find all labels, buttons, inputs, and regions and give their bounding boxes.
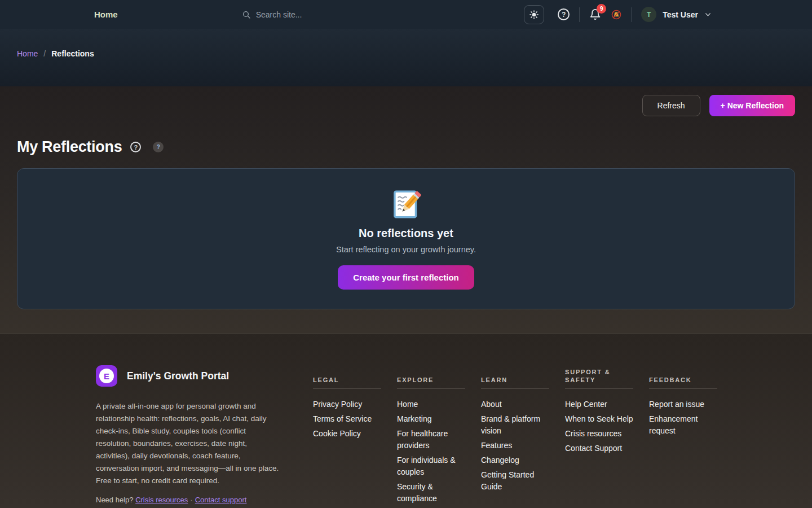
navbar-divider <box>579 7 580 22</box>
notifications-button[interactable]: 9 <box>589 8 601 20</box>
navbar-divider <box>631 7 632 22</box>
footer-columns: LEGAL Privacy PolicyTerms of ServiceCook… <box>313 365 717 508</box>
footer-link[interactable]: For individuals & couples <box>397 454 465 478</box>
empty-state-subtitle: Start reflecting on your growth journey. <box>336 245 476 254</box>
create-first-reflection-button[interactable]: Create your first reflection <box>338 265 474 290</box>
content-zone: Refresh + New Reflection My Reflections … <box>0 86 812 333</box>
footer-links: Report an issueEnhancement request <box>649 389 717 437</box>
footer-link[interactable]: Marketing <box>397 413 465 425</box>
top-navbar: Home Search site... ? 9 T <box>0 0 812 29</box>
footer-column-title: FEEDBACK <box>649 365 717 389</box>
footer-link[interactable]: Crisis resources <box>565 428 633 440</box>
brand-logo-initial: E <box>99 369 114 383</box>
footer-column-title: SUPPORT & SAFETY <box>565 365 633 389</box>
need-help-label: Need help? <box>96 496 134 504</box>
crisis-resources-link[interactable]: Crisis resources <box>135 496 188 504</box>
refresh-button[interactable]: Refresh <box>642 95 700 116</box>
footer-links: Privacy PolicyTerms of ServiceCookie Pol… <box>313 389 381 440</box>
main-content: My Reflections ? ? <box>0 138 812 309</box>
footer-link[interactable]: Changelog <box>481 454 549 466</box>
theme-toggle-button[interactable] <box>524 5 544 24</box>
footer-column-learn: LEARN AboutBrand & platform visionFeatur… <box>481 365 549 508</box>
footer-link[interactable]: Cookie Policy <box>313 428 381 440</box>
bell-slash-icon <box>611 10 621 20</box>
memo-pencil-icon <box>390 189 422 220</box>
breadcrumb-home-link[interactable]: Home <box>17 49 38 58</box>
footer-link[interactable]: Enhancement request <box>649 413 717 437</box>
breadcrumb-current: Reflections <box>51 49 94 58</box>
search-placeholder: Search site... <box>256 10 302 19</box>
user-name: Test User <box>663 10 698 19</box>
nav-home-link[interactable]: Home <box>94 10 118 19</box>
title-tooltip-icon[interactable]: ? <box>153 142 164 152</box>
search-icon <box>242 10 251 19</box>
footer-links: AboutBrand & platform visionFeaturesChan… <box>481 389 549 493</box>
footer-column-title: LEARN <box>481 365 549 389</box>
footer-link[interactable]: Home <box>397 398 465 410</box>
footer-column-feedback: FEEDBACK Report an issueEnhancement requ… <box>649 365 717 508</box>
footer-need-help: Need help? Crisis resources·Contact supp… <box>96 496 282 504</box>
avatar: T <box>641 7 656 22</box>
footer-link[interactable]: Terms of Service <box>313 413 381 425</box>
navbar-right-cluster: ? 9 T Test User <box>524 5 712 24</box>
footer: E Emily's Growth Portal A private all-in… <box>0 333 812 508</box>
footer-link[interactable]: About <box>481 398 549 410</box>
footer-column-title: LEGAL <box>313 365 381 389</box>
mute-notifications-button[interactable] <box>611 10 621 20</box>
footer-brand-row: E Emily's Growth Portal <box>96 365 282 387</box>
page-action-bar: Refresh + New Reflection <box>0 86 812 124</box>
footer-link[interactable]: For healthcare providers <box>397 428 465 452</box>
footer-link[interactable]: Security & compliance <box>397 481 465 505</box>
help-button[interactable]: ? <box>558 8 570 20</box>
chevron-down-icon <box>704 11 712 18</box>
footer-column-title: EXPLORE <box>397 365 465 389</box>
footer-links: HomeMarketingFor healthcare providersFor… <box>397 389 465 505</box>
footer-link[interactable]: Contact Support <box>565 443 633 454</box>
breadcrumb-band: Home / Reflections <box>0 29 812 86</box>
brand-name: Emily's Growth Portal <box>127 370 229 382</box>
footer-link[interactable]: Help Center <box>565 398 633 410</box>
notification-badge: 9 <box>597 4 606 14</box>
user-menu[interactable]: T Test User <box>641 7 712 22</box>
empty-state-card: No reflections yet Start reflecting on y… <box>17 168 795 309</box>
footer-column-support-safety: SUPPORT & SAFETY Help CenterWhen to Seek… <box>565 365 633 508</box>
footer-link[interactable]: Brand & platform vision <box>481 413 549 437</box>
empty-state-title: No reflections yet <box>359 227 453 240</box>
footer-link[interactable]: Report an issue <box>649 398 717 410</box>
footer-link[interactable]: Getting Started Guide <box>481 469 549 493</box>
footer-column-explore: EXPLORE HomeMarketingFor healthcare prov… <box>397 365 465 508</box>
footer-links: Help CenterWhen to Seek HelpCrisis resou… <box>565 389 633 454</box>
title-row: My Reflections ? ? <box>17 138 795 156</box>
breadcrumb-separator: / <box>43 49 46 58</box>
footer-brand-column: E Emily's Growth Portal A private all-in… <box>96 365 282 508</box>
link-separator: · <box>190 496 192 504</box>
title-help-icon[interactable]: ? <box>130 142 141 152</box>
footer-column-legal: LEGAL Privacy PolicyTerms of ServiceCook… <box>313 365 381 508</box>
brand-logo: E <box>96 365 117 387</box>
footer-link[interactable]: When to Seek Help <box>565 413 633 425</box>
page-title: My Reflections <box>17 138 122 156</box>
new-reflection-button[interactable]: + New Reflection <box>709 95 795 116</box>
footer-description: A private all-in-one app for personal gr… <box>96 400 282 487</box>
contact-support-link[interactable]: Contact support <box>195 496 247 504</box>
sun-icon <box>529 10 539 20</box>
footer-link[interactable]: Features <box>481 440 549 452</box>
search-input[interactable]: Search site... <box>242 10 302 19</box>
question-mark-icon: ? <box>562 11 566 19</box>
footer-link[interactable]: Privacy Policy <box>313 398 381 410</box>
breadcrumb: Home / Reflections <box>17 49 812 58</box>
